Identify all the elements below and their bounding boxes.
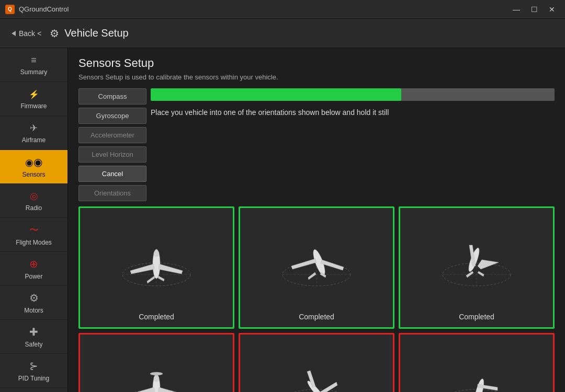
radio-icon: ◎	[30, 190, 38, 202]
flightmodes-icon: 〜	[29, 224, 39, 236]
pidtuning-icon: ⊱	[29, 360, 38, 372]
level-horizon-button[interactable]: Level Horizon	[78, 146, 146, 163]
orientation-cell-6[interactable]: Incomplete	[399, 333, 555, 392]
header-title: ⚙ Vehicle Setup	[50, 27, 128, 40]
aircraft-svg-6	[435, 354, 518, 392]
titlebar: Q QGroundControl — ☐ ✕	[0, 0, 565, 19]
sidebar-label-motors: Motors	[24, 307, 43, 314]
power-icon: ⊕	[29, 258, 38, 270]
gyroscope-button[interactable]: Gyroscope	[78, 108, 146, 124]
orientation-grid: Completed	[78, 206, 555, 392]
svg-point-5	[154, 250, 159, 257]
sidebar-item-summary[interactable]: Summary	[0, 48, 67, 82]
page-title: Vehicle Setup	[64, 27, 128, 39]
aircraft-svg-4	[115, 354, 198, 392]
sidebar: Summary Firmware Airframe ◉ Sensors ◎ Ra…	[0, 48, 68, 392]
aircraft-svg-5	[275, 354, 358, 392]
sidebar-label-sensors: Sensors	[22, 171, 45, 178]
aircraft-container-6	[400, 335, 553, 392]
content-area: Sensors Setup Sensors Setup is used to c…	[68, 48, 565, 392]
gear-icon: ⚙	[50, 27, 59, 40]
orientation-cell-3[interactable]: Completed	[399, 206, 555, 329]
back-separator: <	[37, 29, 41, 38]
sidebar-item-radio[interactable]: ◎ Radio	[0, 184, 67, 218]
orientation-label-1: Completed	[139, 313, 174, 321]
sidebar-label-airframe: Airframe	[22, 136, 46, 144]
sidebar-item-camera[interactable]: ⊙ Camera	[0, 388, 67, 392]
aircraft-container-4	[80, 335, 233, 392]
back-arrow-icon	[8, 29, 17, 38]
orientation-cell-4[interactable]: Incomplete	[78, 333, 234, 392]
sidebar-item-sensors[interactable]: ◉ Sensors	[0, 150, 67, 184]
header: Back < ⚙ Vehicle Setup	[0, 19, 565, 48]
back-label: Back	[19, 29, 35, 38]
app-name: QGroundControl	[19, 5, 69, 13]
aircraft-container-5	[240, 335, 393, 392]
safety-icon: ✚	[29, 326, 38, 338]
sensors-icon: ◉	[25, 156, 42, 168]
orientation-cell-5[interactable]: Incomplete	[239, 333, 394, 392]
sidebar-item-safety[interactable]: ✚ Safety	[0, 320, 67, 354]
content-title: Sensors Setup	[78, 56, 555, 70]
accelerometer-button[interactable]: Accelerometer	[78, 127, 146, 143]
summary-icon	[31, 54, 37, 66]
instruction-text: Place you vehicle into one of the orient…	[151, 105, 555, 120]
firmware-icon	[29, 88, 39, 100]
aircraft-container-3	[400, 208, 553, 309]
aircraft-svg-1	[115, 227, 198, 290]
svg-point-18	[154, 375, 159, 382]
orientations-button[interactable]: Orientations	[78, 185, 146, 201]
sidebar-label-radio: Radio	[26, 204, 42, 212]
main-layout: Summary Firmware Airframe ◉ Sensors ◎ Ra…	[0, 48, 565, 392]
motors-icon: ⚙	[29, 292, 39, 304]
content-subtitle: Sensors Setup is used to calibrate the s…	[78, 73, 555, 81]
sidebar-item-motors[interactable]: ⚙ Motors	[0, 286, 67, 320]
aircraft-container-2	[240, 208, 393, 309]
sidebar-item-pidtuning[interactable]: ⊱ PID Tuning	[0, 354, 67, 388]
sidebar-item-airframe[interactable]: Airframe	[0, 116, 67, 150]
aircraft-svg-2	[275, 227, 358, 290]
orientation-label-3: Completed	[459, 313, 494, 321]
svg-marker-0	[12, 31, 16, 36]
sidebar-label-flightmodes: Flight Modes	[16, 239, 52, 246]
orientation-label-2: Completed	[299, 313, 334, 321]
sidebar-item-power[interactable]: ⊕ Power	[0, 252, 67, 286]
orientation-cell-2[interactable]: Completed	[239, 206, 394, 329]
close-button[interactable]: ✕	[544, 3, 560, 16]
compass-button[interactable]: Compass	[78, 88, 146, 105]
app-icon: Q	[5, 5, 15, 14]
sidebar-item-firmware[interactable]: Firmware	[0, 82, 67, 116]
calibration-buttons: Compass Gyroscope Accelerometer Level Ho…	[78, 88, 146, 201]
sidebar-label-summary: Summary	[20, 68, 47, 76]
sidebar-label-safety: Safety	[25, 341, 42, 348]
sidebar-item-flightmodes[interactable]: 〜 Flight Modes	[0, 218, 67, 252]
titlebar-controls: — ☐ ✕	[508, 3, 560, 16]
minimize-button[interactable]: —	[508, 3, 524, 16]
progress-bar-container	[151, 88, 555, 101]
orientation-cell-1[interactable]: Completed	[78, 206, 234, 329]
cancel-button[interactable]: Cancel	[78, 166, 146, 182]
sidebar-label-pidtuning: PID Tuning	[18, 375, 49, 382]
aircraft-container-1	[80, 208, 233, 309]
sidebar-label-power: Power	[25, 273, 42, 280]
progress-bar-fill	[151, 88, 401, 101]
airframe-icon	[30, 122, 38, 134]
back-button[interactable]: Back <	[8, 29, 41, 38]
maximize-button[interactable]: ☐	[526, 3, 542, 16]
aircraft-svg-3	[435, 227, 518, 290]
titlebar-left: Q QGroundControl	[5, 5, 69, 14]
progress-section: Place you vehicle into one of the orient…	[146, 88, 555, 120]
svg-point-19	[150, 372, 163, 375]
sidebar-label-firmware: Firmware	[21, 102, 47, 110]
